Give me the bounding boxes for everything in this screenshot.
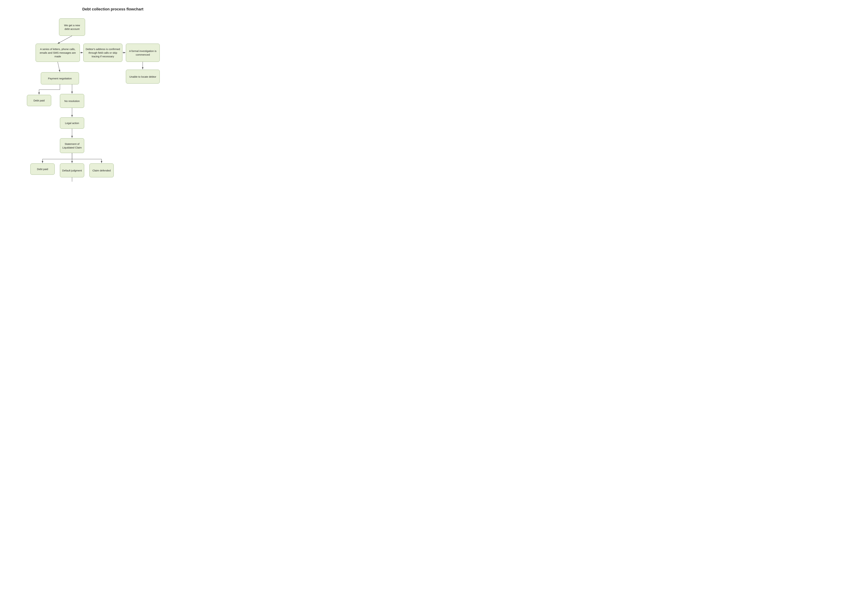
- node-letters: A series of letters, phone calls, emails…: [36, 44, 80, 62]
- node-debt-paid-2: Debt paid: [30, 163, 55, 175]
- node-new-debt: We get a new debt account: [59, 19, 85, 36]
- node-debt-paid-1: Debt paid: [27, 95, 51, 106]
- node-unable-locate: Unable to locate debtor: [126, 70, 160, 84]
- node-statement-claim: Statement of Liquidated Claim: [60, 138, 84, 153]
- node-payment-negotiation: Payment negotiation: [41, 72, 79, 84]
- svg-line-4: [57, 62, 60, 72]
- node-formal-investigation: A formal investigation is commenced: [126, 44, 160, 62]
- svg-line-0: [57, 36, 72, 44]
- node-address-confirm: Debtor's address is confirmed through fi…: [83, 44, 122, 62]
- node-no-resolution: No resolution: [60, 94, 84, 108]
- flowchart: We get a new debt account A series of le…: [17, 17, 208, 182]
- node-legal-action: Legal action: [60, 117, 84, 129]
- node-claim-defended: Claim defended: [89, 163, 114, 177]
- page-title: Debt collection process flowchart: [82, 7, 143, 11]
- node-default-judgment: Default judgment: [60, 163, 84, 177]
